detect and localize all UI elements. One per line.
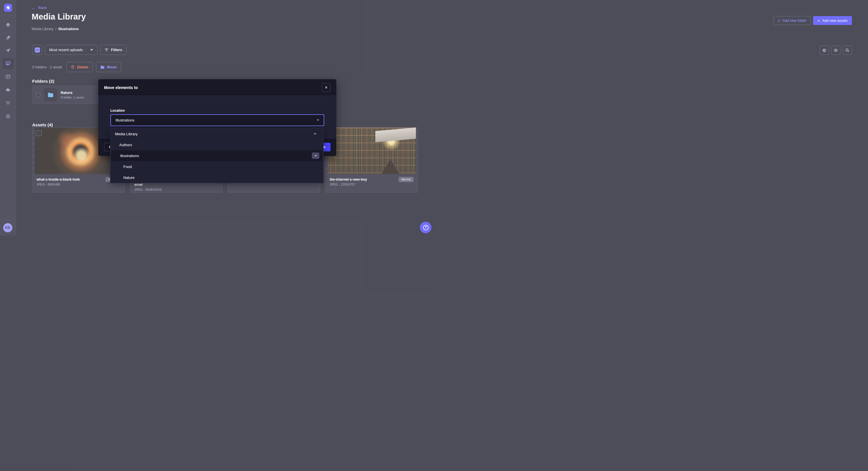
option-label: Authors — [119, 143, 132, 147]
option-label: Media Library — [115, 132, 138, 136]
location-dropdown: Media Library Authors Illustrations Food… — [110, 128, 323, 183]
option-media-library[interactable]: Media Library — [111, 128, 323, 139]
location-select[interactable]: Illustrations — [111, 114, 324, 126]
modal-header: Move elements to × — [98, 79, 336, 96]
option-label: Illustrations — [120, 154, 139, 158]
chevron-up-icon — [314, 154, 318, 158]
option-food[interactable]: Food — [111, 161, 323, 172]
option-label: Nature — [123, 175, 134, 180]
option-nature[interactable]: Nature — [111, 172, 323, 183]
close-button[interactable]: × — [322, 83, 331, 92]
close-icon: × — [325, 85, 328, 90]
location-select-value: Illustrations — [116, 118, 134, 122]
location-label: Location — [111, 108, 324, 112]
option-authors[interactable]: Authors — [111, 139, 323, 150]
option-label: Food — [123, 165, 132, 169]
chevron-down-icon — [317, 120, 319, 121]
chevron-up-icon[interactable] — [313, 132, 317, 136]
modal-title: Move elements to — [104, 85, 138, 90]
collapse-button[interactable] — [312, 153, 319, 159]
option-illustrations[interactable]: Illustrations — [111, 150, 322, 161]
